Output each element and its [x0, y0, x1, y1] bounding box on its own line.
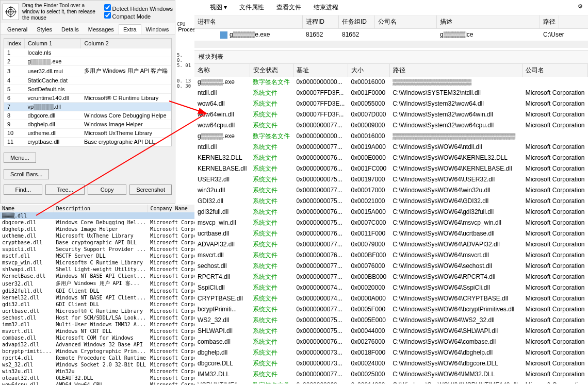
- screenshot-button[interactable]: Screenshot: [129, 185, 172, 195]
- col-path[interactable]: 路径: [540, 15, 559, 28]
- table-row[interactable]: ntdll.dll系统文件0x0000000077...0x0019A000C:…: [194, 142, 588, 153]
- col-company[interactable]: 公司名: [375, 15, 437, 28]
- find-button[interactable]: Find...: [4, 185, 42, 195]
- table-row[interactable]: 11cryptbase.dllBase cryptographic API DL…: [4, 138, 171, 146]
- table-row[interactable]: WS2_32.dll系统文件0x0000000075...0x0005E000C…: [194, 315, 588, 326]
- table-row[interactable]: IMM32.DLL系统文件0x0000000077...0x00025000C:…: [194, 369, 588, 380]
- process-table-header: 进程名 进程ID 任务组ID 公司名 描述 路径: [194, 15, 588, 29]
- table-row[interactable]: sechost.dll系统文件0x0000000077...0x00076000…: [194, 261, 588, 272]
- table-row[interactable]: 7vp▒▒▒▒▒.dll: [4, 103, 171, 111]
- scrollbar-horizontal[interactable]: [194, 41, 588, 48]
- module-list-title: 模块列表: [194, 50, 588, 64]
- menu-end-process[interactable]: 结束进程: [314, 3, 338, 12]
- col-desc[interactable]: 描述: [437, 15, 540, 28]
- finder-instructions: Drag the Finder Tool over a window to se…: [22, 3, 100, 21]
- table-row[interactable]: 2g▒▒▒▒▒.exe: [4, 57, 171, 66]
- detect-hidden-checkbox[interactable]: Detect Hidden Windows: [104, 4, 173, 12]
- tab-windows[interactable]: Windows: [141, 24, 174, 35]
- table-row[interactable]: dbghelp.dll系统文件0x0000000073...0x0018F000…: [194, 347, 588, 358]
- compact-mode-checkbox[interactable]: Compact Mode: [104, 12, 173, 20]
- table-row[interactable]: wow64win.dll系统文件0x00007FFD3F...0x0007D00…: [194, 109, 588, 120]
- table-row[interactable]: SHLWAPI.dll系统文件0x0000000075...0x00044000…: [194, 326, 588, 337]
- table-row[interactable]: g▒▒▒▒▒.exe数字签名文件0x0000000000...0x0001600…: [194, 77, 588, 88]
- table-row[interactable]: g▒▒▒▒▒.exe数字签名文件0x0000000000...0x0001600…: [194, 131, 588, 142]
- gear-icon[interactable]: ⚙: [578, 3, 583, 10]
- table-row[interactable]: 4StaticCache.dat: [4, 76, 171, 85]
- table-row[interactable]: bcryptPrimiti...系统文件0x0000000077...0x000…: [194, 304, 588, 315]
- extra-table[interactable]: Index Column 1 Column 2 1locale.nls2g▒▒▒…: [4, 38, 172, 146]
- tab-general[interactable]: General: [3, 24, 32, 35]
- tab-extra[interactable]: Extra: [119, 24, 141, 35]
- col-security[interactable]: 安全状态: [250, 64, 293, 77]
- col-pid[interactable]: 进程ID: [303, 15, 339, 28]
- table-row[interactable]: 8dbgcore.dllWindows Core Debugging Helpe: [4, 111, 171, 120]
- table-row[interactable]: USER32.dll系统文件0x0000000075...0x00197000C…: [194, 174, 588, 185]
- tabs-row: General Styles Details Messages Extra Wi…: [1, 23, 175, 35]
- process-modules-lower[interactable]: Name Description Company Name Pa ▒▒▒▒.dl…: [0, 205, 193, 385]
- menu-button[interactable]: Menu...: [4, 153, 36, 163]
- table-row[interactable]: GDI32.dll系统文件0x0000000075...0x00021000C:…: [194, 196, 588, 207]
- col-company[interactable]: 公司名: [522, 64, 588, 77]
- table-row[interactable]: msvcrt.dll系统文件0x0000000076...0x000BF000C…: [194, 250, 588, 261]
- table-row[interactable]: KERNEL32.DLL系统文件0x0000000076...0x000E000…: [194, 153, 588, 163]
- menu-file-attrs[interactable]: 文件属性: [239, 3, 264, 12]
- table-row[interactable]: dbgcore.DLL系统文件0x0000000073...0x00024000…: [194, 358, 588, 369]
- col-size[interactable]: 大小: [348, 64, 389, 77]
- table-row[interactable]: 3user32.dll.mui多用户 Windows 用户 API 客户端: [4, 66, 171, 76]
- col-column1[interactable]: Column 1: [24, 39, 81, 48]
- process-icon: [220, 31, 227, 39]
- table-row[interactable]: wow64.dll系统文件0x00007FFD3E...0x00055000C:…: [194, 98, 588, 109]
- table-row[interactable]: wow64cpu.dll系统文件0x0000000077...0x0000900…: [194, 120, 588, 131]
- col-tgid[interactable]: 任务组ID: [339, 15, 375, 28]
- col-base[interactable]: 基址: [293, 64, 348, 77]
- table-row[interactable]: ADVAPI32.dll系统文件0x0000000077...0x0007900…: [194, 239, 588, 250]
- table-row[interactable]: win32u.dll系统文件0x0000000077...0x00017000C…: [194, 185, 588, 196]
- table-row[interactable]: RPCRT4.dll系统文件0x0000000077...0x000BB000C…: [194, 272, 588, 282]
- tab-styles[interactable]: Styles: [32, 24, 57, 35]
- table-row[interactable]: SspiCli.dll系统文件0x0000000074...0x00020000…: [194, 282, 588, 293]
- side-cpu-column: CPU 5. 0. 5. 01 0. 13 0. 30: [177, 22, 193, 89]
- tab-details[interactable]: Details: [57, 24, 84, 35]
- scrollbars-button[interactable]: Scroll Bars...: [4, 169, 49, 179]
- table-row[interactable]: ucrtbase.dll系统文件0x0000000076...0x0011F00…: [194, 228, 588, 239]
- menu-view[interactable]: 视图 ▾: [210, 3, 227, 12]
- col-path[interactable]: 路径: [389, 64, 522, 77]
- table-row[interactable]: CRYPTBASE.dll系统文件0x0000000074...0x0000A0…: [194, 293, 588, 304]
- process-row[interactable]: g▒▒▒▒▒e.exe 81652 81652 g▒▒▒▒▒ice C:\Use…: [194, 29, 588, 41]
- copy-button[interactable]: Copy: [88, 185, 126, 195]
- col-column2[interactable]: Column 2: [81, 39, 171, 48]
- table-row[interactable]: combase.dll系统文件0x0000000076...0x00276000…: [194, 337, 588, 347]
- table-row[interactable]: 10uxtheme.dllMicrosoft UxTheme Library: [4, 129, 171, 138]
- col-index[interactable]: Index: [4, 39, 24, 48]
- table-row[interactable]: KERNELBASE.dll系统文件0x0000000076...0x001FC…: [194, 163, 588, 174]
- col-name[interactable]: Name: [0, 205, 54, 212]
- finder-area: Drag the Finder Tool over a window to se…: [1, 1, 175, 23]
- menu-find-file[interactable]: 查看文件: [276, 3, 301, 12]
- menu-bar: 视图 ▾ 文件属性 查看文件 结束进程: [194, 0, 588, 15]
- col-mod-name[interactable]: 名称: [194, 64, 250, 77]
- col-description[interactable]: Description: [54, 205, 148, 212]
- window-spy-panel: Drag the Finder Tool over a window to se…: [0, 0, 175, 204]
- table-row[interactable]: ntdll.dll系统文件0x00007FFD3F...0x001F0000C:…: [194, 88, 588, 98]
- col-process-name[interactable]: 进程名: [194, 15, 303, 28]
- module-table[interactable]: 名称 安全状态 基址 大小 路径 公司名 g▒▒▒▒▒.exe数字签名文件0x0…: [194, 64, 588, 383]
- table-row[interactable]: 9dbghelp.dllWindows Image Helper: [4, 120, 171, 129]
- tree-button[interactable]: Tree...: [45, 185, 84, 195]
- table-row[interactable]: 6vcruntime140.dllMicrosoft® C Runtime Li…: [4, 94, 171, 103]
- table-row[interactable]: msvcp_win.dll系统文件0x0000000075...0x0007C0…: [194, 217, 588, 228]
- table-row[interactable]: 5SortDefault.nls: [4, 85, 171, 94]
- table-row[interactable]: 1locale.nls: [4, 48, 171, 57]
- tab-messages[interactable]: Messages: [84, 24, 119, 35]
- table-row[interactable]: VCRUNTIME1...数字签名文件0x0000000068...0x0001…: [194, 380, 588, 383]
- finder-tool-icon[interactable]: [3, 4, 19, 20]
- table-row[interactable]: gdi32full.dll系统文件0x0000000076...0x0015A0…: [194, 207, 588, 217]
- process-explorer-panel: 视图 ▾ 文件属性 查看文件 结束进程 ⚙ 进程名 进程ID 任务组ID 公司名…: [194, 0, 588, 385]
